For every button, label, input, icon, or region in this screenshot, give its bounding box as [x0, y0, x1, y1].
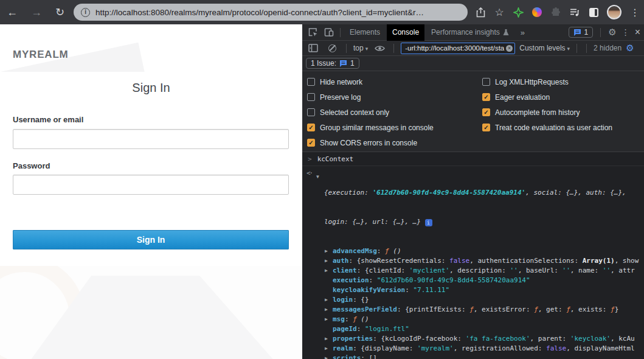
sign-in-button[interactable]: Sign In	[13, 230, 289, 249]
more-tabs-icon[interactable]: »	[516, 28, 530, 37]
console-prompt-icon: >	[308, 155, 312, 164]
browser-toolbar: ← → ↻ i http://localhost:8080/realms/myr…	[0, 0, 644, 24]
devtools-panel: Elements Console Performance insights » …	[302, 24, 644, 359]
browser-window: ← → ↻ i http://localhost:8080/realms/myr…	[0, 0, 644, 359]
console-setting[interactable]: ✓Treat code evaluation as user action	[482, 120, 644, 135]
checkbox-icon[interactable]: ✓	[307, 139, 315, 147]
username-input[interactable]	[13, 129, 289, 149]
checkbox-icon[interactable]: ✓	[482, 78, 490, 86]
split-screen-icon[interactable]	[588, 7, 599, 18]
back-icon[interactable]: ←	[0, 0, 24, 24]
expand-caret-icon[interactable]: ▶	[325, 305, 328, 315]
devtools-menu-icon[interactable]: ⋮	[621, 27, 630, 37]
issue-bar-badge[interactable]: 1 Issue: 1	[306, 58, 359, 69]
setting-label: Hide network	[320, 78, 362, 86]
context-selector[interactable]: top▾	[353, 44, 368, 52]
console-setting[interactable]: ✓Selected context only	[307, 105, 482, 120]
extension-puzzle-icon[interactable]	[550, 7, 561, 18]
tab-elements[interactable]: Elements	[344, 24, 386, 41]
site-info-icon[interactable]: i	[81, 8, 90, 17]
collapse-caret-icon[interactable]: ▼	[316, 169, 324, 182]
console-settings-gear-icon[interactable]: ⚙	[626, 43, 634, 54]
checkbox-icon[interactable]: ✓	[482, 124, 490, 131]
setting-label: Show CORS errors in console	[320, 139, 417, 147]
browser-menu-icon[interactable]: ⋮	[629, 7, 640, 18]
bookmark-star-icon[interactable]: ☆	[494, 7, 505, 18]
extension-green-star-icon[interactable]	[513, 7, 524, 18]
log-levels-selector[interactable]: Custom levels▾	[519, 44, 570, 52]
expand-caret-icon[interactable]: ▶	[325, 354, 328, 359]
playlist-icon[interactable]	[569, 7, 580, 18]
live-expression-eye-icon[interactable]	[372, 41, 387, 55]
issues-counter-badge[interactable]: 1	[569, 27, 594, 38]
devtools-close-icon[interactable]: ×	[635, 27, 640, 38]
login-page: MYREALM Sign In Username or email Passwo…	[0, 24, 302, 359]
console-setting[interactable]: ✓Hide network	[307, 74, 482, 89]
console-sidebar-icon[interactable]	[306, 41, 320, 55]
expand-caret-icon[interactable]: ▶	[325, 266, 328, 276]
device-toolbar-icon[interactable]	[322, 26, 336, 39]
browser-actions: ☆ ⋮	[475, 0, 640, 24]
console-property-line: ▶auth: {showResetCredentials: false, aut…	[302, 256, 644, 266]
tab-console[interactable]: Console	[387, 24, 424, 41]
console-property-line: ▶properties: {kcLogoIdP-facebook: 'fa fa…	[302, 334, 644, 344]
address-bar[interactable]: i http://localhost:8080/realms/myrealm/p…	[74, 4, 468, 21]
expand-caret-icon[interactable]: ▶	[325, 256, 328, 266]
console-setting[interactable]: ✓Log XMLHttpRequests	[482, 74, 644, 89]
setting-label: Log XMLHttpRequests	[495, 78, 569, 86]
console-setting[interactable]: ✓Preserve log	[307, 89, 482, 105]
console-input-echo: > kcContext	[302, 153, 644, 166]
profile-avatar[interactable]	[607, 5, 621, 19]
expand-caret-icon[interactable]: ▶	[325, 246, 328, 256]
tab-performance-insights[interactable]: Performance insights	[426, 24, 514, 41]
checkbox-icon[interactable]: ✓	[307, 78, 315, 86]
checkbox-icon[interactable]: ✓	[307, 124, 315, 131]
checkbox-icon[interactable]: ✓	[307, 93, 315, 101]
setting-label: Selected context only	[320, 108, 389, 117]
console-property-line: keycloakifyVersion: "7.11.11"	[302, 285, 644, 295]
clear-filter-icon[interactable]: ×	[506, 45, 513, 52]
page-title: Sign In	[0, 81, 302, 95]
password-label: Password	[13, 161, 50, 170]
setting-label: Eager evaluation	[495, 93, 550, 102]
devtools-tabbar: Elements Console Performance insights » …	[302, 24, 644, 41]
reload-icon[interactable]: ↻	[49, 0, 71, 24]
console-filter-input[interactable]: -url:http://localhost:3000/test/sta ×	[401, 43, 515, 54]
console-settings-panel: ✓Hide network✓Preserve log✓Selected cont…	[302, 71, 644, 152]
setting-label: Treat code evaluation as user action	[495, 124, 612, 132]
checkbox-icon[interactable]: ✓	[307, 108, 315, 116]
forward-icon[interactable]: →	[24, 0, 49, 24]
expand-caret-icon[interactable]: ▶	[325, 344, 328, 354]
issue-bubble-icon	[339, 60, 347, 67]
console-property-line: pageId: "login.ftl"	[302, 324, 644, 334]
expand-caret-icon[interactable]: ▶	[325, 334, 328, 344]
object-preview[interactable]: {execution: '612d7b60-90fd-49c9-8dd4-558…	[324, 169, 626, 246]
chevron-down-icon: ▾	[567, 46, 570, 52]
console-output: > kcContext <· ▼ {execution: '612d7b60-9…	[302, 153, 644, 359]
devtools-settings-gear-icon[interactable]: ⚙	[608, 27, 616, 38]
console-setting[interactable]: ✓Show CORS errors in console	[307, 135, 482, 150]
setting-label: Group similar messages in console	[320, 124, 434, 132]
console-property-line: ▶msg: ƒ ()	[302, 315, 644, 324]
console-property-line: ▶advancedMsg: ƒ ()	[302, 246, 644, 256]
checkbox-icon[interactable]: ✓	[482, 93, 490, 101]
footer-background-pattern	[0, 266, 302, 359]
header-background-pattern	[0, 24, 302, 72]
password-input[interactable]	[13, 175, 289, 195]
console-property-line: ▶realm: {displayName: 'myrealm', registr…	[302, 344, 644, 354]
issues-bar: 1 Issue: 1	[302, 56, 644, 71]
share-icon[interactable]	[475, 7, 486, 18]
inspect-element-icon[interactable]	[306, 26, 320, 39]
console-setting[interactable]: ✓Autocomplete from history	[482, 105, 644, 120]
info-icon[interactable]: i	[425, 219, 432, 226]
flask-icon	[503, 29, 509, 36]
expand-caret-icon[interactable]: ▶	[325, 295, 328, 305]
extension-colorful-icon[interactable]	[531, 7, 542, 18]
console-setting[interactable]: ✓Eager evaluation	[482, 89, 644, 105]
clear-console-icon[interactable]	[325, 41, 339, 55]
expand-caret-icon[interactable]: ▶	[325, 315, 328, 324]
console-property-line: ▶client: {clientId: 'myclient', descript…	[302, 266, 644, 276]
console-setting[interactable]: ✓Group similar messages in console	[307, 120, 482, 135]
console-property-line: execution: "612d7b60-90fd-49c9-8dd4-5587…	[302, 276, 644, 285]
checkbox-icon[interactable]: ✓	[482, 108, 490, 116]
